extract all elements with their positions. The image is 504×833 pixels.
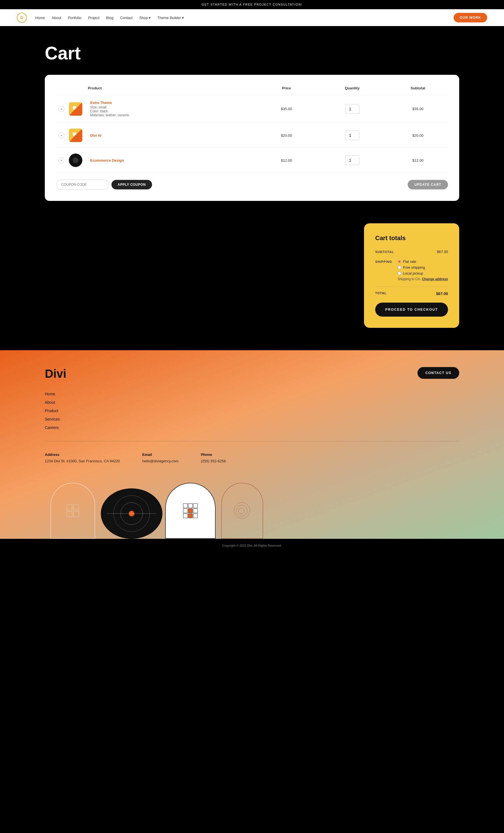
nav-shop[interactable]: Shop ▾ xyxy=(140,16,151,20)
footer-nav-about[interactable]: About xyxy=(45,400,459,405)
art-oval-dark xyxy=(101,489,162,539)
quantity-input[interactable] xyxy=(345,130,359,140)
product-info: Divi AI xyxy=(90,134,254,138)
art-arch-2 xyxy=(162,480,219,539)
footer-email-col: Email hello@diviagency.com xyxy=(142,452,178,463)
cart-totals-card: Cart totals SUBTOTAL $67.00 SHIPPING Fla… xyxy=(364,223,459,328)
main-nav: Home About Portfolio Project Blog Contac… xyxy=(35,16,445,20)
col-quantity: Quantity xyxy=(317,86,388,95)
nav-contact[interactable]: Contact xyxy=(120,16,133,20)
remove-item-button[interactable]: × xyxy=(58,157,65,163)
shipping-local[interactable]: Local pickup xyxy=(398,271,448,276)
product-meta: Size: smallColor: blackMaterials: leathe… xyxy=(90,105,254,117)
shipping-options: Flat rate Free shipping Local pickup Shi… xyxy=(398,259,448,281)
product-price: $20.00 xyxy=(256,123,317,148)
cart-card: Product Price Quantity Subtotal × xyxy=(45,75,459,201)
remove-item-button[interactable]: × xyxy=(58,106,65,112)
footer-contact-row: Address 1234 Divi St. #1000, San Francis… xyxy=(45,452,459,463)
header: D Home About Portfolio Project Blog Cont… xyxy=(0,9,504,26)
table-row: × Extra Theme Size: small xyxy=(56,95,448,123)
product-price: $35.00 xyxy=(256,95,317,123)
footer-top: Divi CONTACT US xyxy=(45,367,459,381)
quantity-input[interactable] xyxy=(345,104,359,114)
coupon-left: APPLY COUPON xyxy=(56,180,152,190)
shipping-row: SHIPPING Flat rate Free shipping Local p… xyxy=(375,259,448,281)
phone-value: (255) 352-6258 xyxy=(201,459,226,463)
address-value: 1234 Divi St. #1000, San Francisco, CA 9… xyxy=(45,459,120,463)
shipping-label: SHIPPING xyxy=(375,259,392,263)
table-row: × Divi AI xyxy=(56,123,448,148)
logo-circle: D xyxy=(17,13,27,23)
col-subtotal: Subtotal xyxy=(388,86,448,95)
banner-text: GET STARTED WITH A FREE PROJECT CONSULTA… xyxy=(202,3,302,6)
cart-table: Product Price Quantity Subtotal × xyxy=(56,86,448,173)
product-info: Extra Theme Size: smallColor: blackMater… xyxy=(90,101,254,117)
col-price: Price xyxy=(256,86,317,95)
shipping-note: Shipping to CA. Change address xyxy=(398,277,448,281)
footer: Divi CONTACT US Home About Product Servi… xyxy=(0,350,504,539)
cart-section: Cart Product Price Quantity Subtotal × xyxy=(0,26,504,223)
subtotal-row: SUBTOTAL $67.00 xyxy=(375,249,448,254)
footer-nav-careers[interactable]: Careers xyxy=(45,425,459,430)
nav-theme-builder[interactable]: Theme Builder ▾ xyxy=(157,16,184,20)
product-subtotal: $35.00 xyxy=(388,95,448,123)
footer-art xyxy=(45,480,459,539)
nav-blog[interactable]: Blog xyxy=(106,16,114,20)
coupon-input[interactable] xyxy=(56,180,109,190)
product-info: Ecommerce Design xyxy=(90,158,254,163)
contact-us-button[interactable]: CONTACT US xyxy=(418,367,459,379)
our-work-button[interactable]: OUR WORK xyxy=(454,13,487,22)
footer-nav: Home About Product Services Careers xyxy=(45,392,459,430)
total-amount: $67.00 xyxy=(436,291,448,296)
product-price: $12.00 xyxy=(256,148,317,173)
svg-rect-3 xyxy=(75,135,78,138)
cart-title: Cart xyxy=(45,43,459,64)
svg-rect-1 xyxy=(75,109,78,112)
checkout-button[interactable]: PROCEED TO CHECKOUT xyxy=(375,303,448,317)
quantity-input[interactable] xyxy=(345,156,359,165)
product-thumbnail xyxy=(69,128,82,142)
nav-portfolio[interactable]: Portfolio xyxy=(68,16,81,20)
footer-nav-services[interactable]: Services xyxy=(45,417,459,422)
footer-address-col: Address 1234 Divi St. #1000, San Francis… xyxy=(45,452,120,463)
subtotal-label: SUBTOTAL xyxy=(375,249,394,254)
product-subtotal: $12.00 xyxy=(388,148,448,173)
copyright-text: Copyright © 2023 Divi. All Rights Reserv… xyxy=(222,544,282,547)
nav-home[interactable]: Home xyxy=(35,16,45,20)
product-subtotal: $20.00 xyxy=(388,123,448,148)
footer-phone-col: Phone (255) 352-6258 xyxy=(201,452,226,463)
total-label: TOTAL xyxy=(375,291,387,296)
phone-label: Phone xyxy=(201,452,226,457)
apply-coupon-button[interactable]: APPLY COUPON xyxy=(111,180,152,189)
logo-letter: D xyxy=(21,16,23,20)
nav-about[interactable]: About xyxy=(52,16,61,20)
table-row: × Ecommerce Design $12.00 xyxy=(56,148,448,173)
email-value: hello@diviagency.com xyxy=(142,459,178,463)
chevron-down-icon: ▾ xyxy=(182,16,184,20)
coupon-row: APPLY COUPON UPDATE CART xyxy=(56,180,448,190)
subtotal-value: $67.00 xyxy=(437,249,448,254)
product-name: Divi AI xyxy=(90,134,254,138)
nav-project[interactable]: Project xyxy=(88,16,99,20)
cart-totals-section: Cart totals SUBTOTAL $67.00 SHIPPING Fla… xyxy=(0,223,504,350)
copyright: Copyright © 2023 Divi. All Rights Reserv… xyxy=(0,539,504,552)
change-address-link[interactable]: Change address xyxy=(422,277,448,281)
update-cart-button[interactable]: UPDATE CART xyxy=(408,180,448,189)
cart-totals-title: Cart totals xyxy=(375,235,448,242)
footer-logo: Divi xyxy=(45,367,66,381)
col-product: Product xyxy=(88,86,256,95)
address-label: Address xyxy=(45,452,120,457)
footer-nav-home[interactable]: Home xyxy=(45,392,459,396)
chevron-down-icon: ▾ xyxy=(149,16,151,20)
shipping-flat-rate[interactable]: Flat rate xyxy=(398,259,448,264)
product-thumbnail xyxy=(69,102,82,116)
footer-nav-product[interactable]: Product xyxy=(45,408,459,413)
shipping-free[interactable]: Free shipping xyxy=(398,265,448,269)
remove-item-button[interactable]: × xyxy=(58,132,65,138)
email-label: Email xyxy=(142,452,178,457)
art-arch-3 xyxy=(219,480,266,539)
total-row: TOTAL $67.00 xyxy=(375,287,448,296)
top-banner: GET STARTED WITH A FREE PROJECT CONSULTA… xyxy=(0,0,504,9)
product-name: Ecommerce Design xyxy=(90,158,254,163)
product-name: Extra Theme xyxy=(90,101,254,105)
